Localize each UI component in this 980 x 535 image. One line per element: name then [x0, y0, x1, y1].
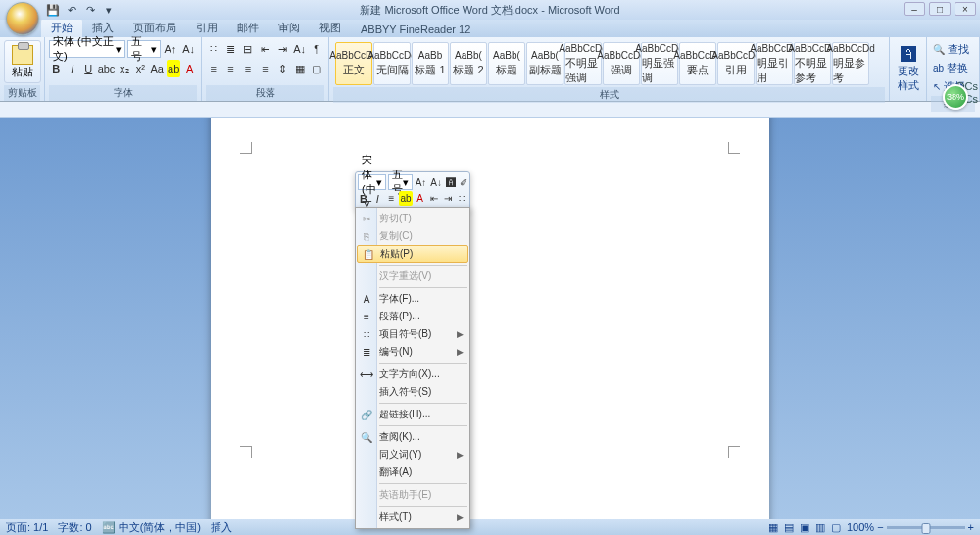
superscript-icon[interactable]: x²: [133, 60, 148, 77]
mini-italic-icon[interactable]: I: [371, 191, 383, 206]
style-无间隔[interactable]: AaBbCcDd无间隔: [373, 42, 411, 85]
status-lang[interactable]: 🔤 中文(简体，中国): [102, 520, 201, 535]
line-spacing-icon[interactable]: ⇕: [274, 60, 290, 77]
menu-段落P[interactable]: ≡段落(P)...: [356, 308, 469, 325]
shading-icon[interactable]: ▦: [292, 60, 308, 77]
menu-翻译A[interactable]: 翻译(A): [356, 463, 469, 481]
mini-styles-icon[interactable]: 🅰: [445, 175, 457, 190]
tab-view[interactable]: 视图: [310, 19, 351, 37]
style-正文[interactable]: AaBbCcDd正文: [335, 42, 372, 85]
strike-icon[interactable]: abc: [98, 60, 116, 77]
shrink-font-icon[interactable]: A↓: [180, 40, 197, 58]
menu-item-icon: ≡: [360, 310, 373, 323]
style-标题 2[interactable]: AaBb(标题 2: [450, 42, 487, 85]
paste-button[interactable]: 粘贴: [4, 40, 41, 83]
style-要点[interactable]: AaBbCcDd要点: [679, 42, 716, 85]
decrease-indent-icon[interactable]: ⇤: [258, 40, 273, 58]
zoom-in-icon[interactable]: +: [968, 521, 974, 533]
undo-icon[interactable]: ↶: [64, 2, 79, 18]
view-read-icon[interactable]: ▤: [784, 521, 794, 534]
find-button[interactable]: 🔍查找: [931, 40, 975, 59]
maximize-button[interactable]: □: [929, 2, 951, 16]
menu-粘贴P[interactable]: 📋粘贴(P): [357, 245, 468, 263]
menu-查阅K[interactable]: 🔍查阅(K)...: [356, 428, 469, 446]
mini-center-icon[interactable]: ≡: [385, 191, 397, 206]
bold-icon[interactable]: B: [49, 60, 64, 77]
mini-bold-icon[interactable]: B: [358, 191, 369, 206]
menu-汉字重选V: 汉字重选(V): [356, 268, 469, 285]
mini-size-combo[interactable]: 五号▾: [388, 174, 413, 190]
style-不明显强调[interactable]: AaBbCcDd不明显强调: [564, 42, 602, 85]
font-color-icon[interactable]: A: [182, 60, 197, 77]
align-right-icon[interactable]: ≡: [240, 60, 256, 77]
mini-shrink-icon[interactable]: A↓: [429, 175, 443, 190]
show-marks-icon[interactable]: ¶: [309, 40, 324, 58]
justify-icon[interactable]: ≡: [258, 60, 273, 77]
menu-项目符号B[interactable]: ∷项目符号(B)▶: [356, 325, 469, 343]
underline-icon[interactable]: U: [81, 60, 96, 77]
change-styles-button[interactable]: 🅰 更改样式: [894, 40, 922, 93]
highlight-icon[interactable]: ab: [167, 60, 181, 77]
office-button[interactable]: [6, 2, 39, 35]
status-page[interactable]: 页面: 1/1: [6, 520, 48, 535]
tab-references[interactable]: 引用: [186, 19, 227, 37]
numbering-icon[interactable]: ≣: [223, 40, 239, 58]
change-case-icon[interactable]: Aa: [150, 60, 165, 77]
italic-icon[interactable]: I: [66, 60, 80, 77]
tab-review[interactable]: 审阅: [269, 19, 310, 37]
view-print-icon[interactable]: ▦: [768, 521, 778, 534]
menu-超链接H[interactable]: 🔗超链接(H)...: [356, 406, 469, 423]
zoom-out-icon[interactable]: −: [877, 521, 883, 533]
mini-indent-inc-icon[interactable]: ⇥: [442, 191, 454, 206]
style-标题[interactable]: AaBb(标题: [488, 42, 525, 85]
mini-format-painter-icon[interactable]: ✐: [459, 175, 468, 190]
zoom-control[interactable]: 100% − +: [847, 521, 974, 533]
zoom-slider[interactable]: [887, 526, 965, 529]
style-明显参考[interactable]: AaBbCcDd明显参考: [832, 42, 869, 85]
view-web-icon[interactable]: ▣: [800, 521, 809, 534]
mini-grow-icon[interactable]: A↑: [415, 175, 428, 190]
font-size-combo[interactable]: 五号▾: [127, 40, 161, 58]
view-outline-icon[interactable]: ▥: [815, 521, 825, 534]
menu-编号N[interactable]: ≣编号(N)▶: [356, 343, 469, 361]
mini-bullets-icon[interactable]: ∷: [456, 191, 467, 206]
menu-样式T[interactable]: 样式(T)▶: [356, 509, 469, 526]
mini-font-combo[interactable]: 宋体 (中文▾: [358, 174, 386, 190]
menu-插入符号S[interactable]: 插入符号(S): [356, 383, 469, 401]
close-button[interactable]: ×: [955, 2, 976, 16]
tab-abbyy[interactable]: ABBYY FineReader 12: [351, 22, 480, 37]
borders-icon[interactable]: ▢: [309, 60, 324, 77]
bullets-icon[interactable]: ∷: [206, 40, 221, 58]
replace-button[interactable]: ab替换: [931, 59, 975, 77]
progress-badge[interactable]: 38%: [943, 84, 968, 110]
menu-同义词Y[interactable]: 同义词(Y)▶: [356, 446, 469, 463]
status-mode[interactable]: 插入: [211, 520, 232, 535]
mini-indent-dec-icon[interactable]: ⇤: [428, 191, 440, 206]
style-明显强调[interactable]: AaBbCcDd明显强调: [641, 42, 678, 85]
menu-剪切T: ✂剪切(T): [356, 210, 469, 227]
mini-highlight-icon[interactable]: ab: [399, 191, 412, 206]
redo-icon[interactable]: ↷: [82, 2, 98, 18]
subscript-icon[interactable]: x₂: [118, 60, 132, 77]
mini-fontcolor-icon[interactable]: A: [415, 191, 426, 206]
status-bar: 页面: 1/1 字数: 0 🔤 中文(简体，中国) 插入 ▦ ▤ ▣ ▥ ▢ 1…: [0, 519, 980, 535]
multilevel-icon[interactable]: ⊟: [240, 40, 256, 58]
minimize-button[interactable]: –: [904, 2, 925, 16]
tab-mail[interactable]: 邮件: [227, 19, 269, 37]
ruler[interactable]: [0, 102, 980, 118]
menu-文字方向X[interactable]: ⟷文字方向(X)...: [356, 365, 469, 383]
menu-字体F[interactable]: A字体(F)...: [356, 290, 469, 308]
style-标题 1[interactable]: AaBb标题 1: [412, 42, 449, 85]
group-label: 字体: [49, 85, 197, 101]
qat-dropdown-icon[interactable]: ▾: [101, 2, 117, 18]
increase-indent-icon[interactable]: ⇥: [274, 40, 290, 58]
save-icon[interactable]: 💾: [45, 2, 61, 18]
grow-font-icon[interactable]: A↑: [163, 40, 179, 58]
align-left-icon[interactable]: ≡: [206, 60, 221, 77]
status-words[interactable]: 字数: 0: [58, 520, 91, 535]
view-draft-icon[interactable]: ▢: [831, 521, 841, 534]
document-page[interactable]: [211, 118, 769, 519]
sort-icon[interactable]: A↓: [292, 40, 308, 58]
font-name-combo[interactable]: 宋体 (中文正文)▾: [49, 40, 125, 58]
align-center-icon[interactable]: ≡: [223, 60, 239, 77]
